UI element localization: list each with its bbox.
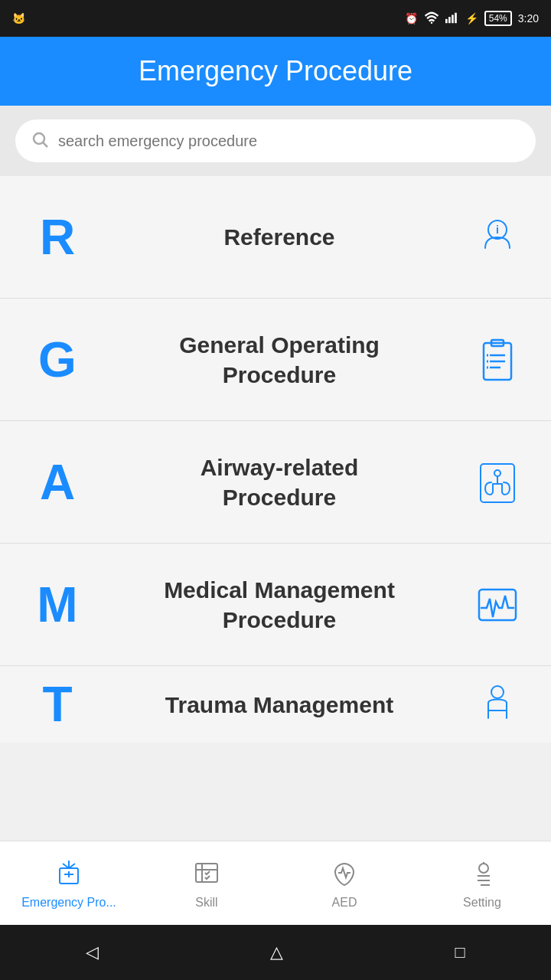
search-icon (31, 130, 49, 152)
home-button[interactable]: △ (270, 942, 283, 962)
menu-label-medical: Medical ManagementProcedure (92, 575, 467, 635)
status-bar: 🐱 ⏰ ⚡ 54% 3:20 (0, 0, 551, 37)
menu-letter-a: A (23, 454, 92, 511)
nav-item-aed[interactable]: AED (276, 841, 413, 925)
menu-label-reference: Reference (92, 222, 467, 252)
menu-item-airway[interactable]: A Airway-relatedProcedure (0, 421, 551, 544)
status-bar-left: 🐱 (12, 12, 25, 24)
nav-item-setting[interactable]: Setting (413, 841, 551, 925)
time-display: 3:20 (518, 12, 539, 24)
svg-rect-4 (455, 12, 457, 23)
menu-letter-t: T (23, 676, 92, 733)
svg-line-6 (44, 143, 48, 148)
svg-text:i: i (496, 224, 499, 236)
wifi-icon (424, 11, 439, 26)
alarm-icon: ⏰ (405, 12, 418, 24)
menu-label-airway: Airway-relatedProcedure (92, 452, 467, 512)
skill-nav-icon (191, 858, 222, 891)
svg-rect-1 (445, 18, 448, 22)
setting-nav-icon (467, 858, 497, 891)
svg-point-18 (494, 470, 500, 476)
nav-label-skill: Skill (195, 896, 217, 910)
lightning-icon: ⚡ (465, 12, 478, 24)
svg-point-0 (430, 21, 432, 24)
page-title: Emergency Procedure (139, 55, 412, 87)
clipboard-icon (467, 335, 528, 384)
app-bar: Emergency Procedure (0, 37, 551, 106)
menu-letter-g: G (23, 332, 92, 388)
menu-item-gop[interactable]: G General OperatingProcedure (0, 299, 551, 421)
aed-nav-icon (329, 858, 360, 891)
battery-indicator: 54% (484, 11, 512, 26)
svg-point-5 (34, 133, 44, 144)
nav-label-emergency: Emergency Pro... (21, 896, 116, 910)
nav-label-aed: AED (332, 896, 357, 910)
menu-list: R Reference i G General OperatingProcedu… (0, 176, 551, 841)
menu-label-gop: General OperatingProcedure (92, 330, 467, 390)
status-bar-right: ⏰ ⚡ 54% 3:20 (405, 11, 539, 26)
lungs-icon (467, 458, 528, 507)
app-icon: 🐱 (12, 12, 25, 24)
menu-letter-m: M (23, 577, 92, 633)
menu-item-reference[interactable]: R Reference i (0, 176, 551, 299)
svg-rect-3 (452, 15, 454, 23)
menu-item-medical[interactable]: M Medical ManagementProcedure (0, 544, 551, 666)
nav-item-skill[interactable]: Skill (138, 841, 276, 925)
back-button[interactable]: ◁ (86, 942, 99, 962)
android-nav: ◁ △ □ (0, 925, 551, 980)
trauma-icon (467, 680, 528, 729)
menu-item-trauma[interactable]: T Trauma Management (0, 666, 551, 743)
search-input[interactable] (58, 132, 520, 150)
search-box[interactable] (15, 119, 536, 162)
menu-label-trauma: Trauma Management (92, 690, 467, 720)
nav-item-emergency[interactable]: Emergency Pro... (0, 841, 138, 925)
recents-button[interactable]: □ (455, 942, 465, 962)
reference-icon: i (467, 213, 528, 262)
bottom-nav: Emergency Pro... Skill AED (0, 841, 551, 925)
signal-icon (445, 11, 459, 26)
svg-point-33 (479, 864, 488, 873)
emergency-nav-icon (54, 858, 84, 891)
menu-letter-r: R (23, 209, 92, 266)
svg-point-22 (491, 686, 504, 698)
ecg-icon (467, 580, 528, 629)
search-container (0, 106, 551, 176)
nav-label-setting: Setting (463, 896, 501, 910)
svg-rect-2 (448, 17, 451, 23)
